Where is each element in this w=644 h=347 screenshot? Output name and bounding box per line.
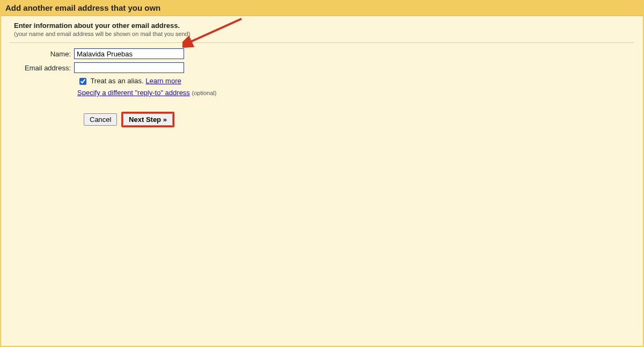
form-area: Name: Email address: Treat as an alias. … xyxy=(1,48,643,127)
alias-text: Treat as an alias. xyxy=(90,77,143,85)
alias-checkbox[interactable] xyxy=(79,78,86,85)
next-highlight: Next Step » xyxy=(121,112,174,127)
replyto-line: Specify a different "reply-to" address (… xyxy=(77,89,643,97)
instructions-line1: Enter information about your other email… xyxy=(14,21,639,30)
optional-label: (optional) xyxy=(192,90,217,96)
separator xyxy=(10,42,634,43)
reply-to-link[interactable]: Specify a different "reply-to" address xyxy=(77,89,190,97)
instructions-line2: (your name and email address will be sho… xyxy=(14,31,639,37)
name-row: Name: xyxy=(14,48,643,59)
instructions-block: Enter information about your other email… xyxy=(1,16,643,39)
name-input[interactable] xyxy=(74,48,184,59)
next-step-button[interactable]: Next Step » xyxy=(123,113,173,126)
email-label: Email address: xyxy=(14,64,74,72)
dialog-title: Add another email address that you own xyxy=(5,3,639,12)
email-input[interactable] xyxy=(74,62,184,73)
name-label: Name: xyxy=(14,50,74,58)
cancel-button[interactable]: Cancel xyxy=(84,113,117,126)
email-row: Email address: xyxy=(14,62,643,73)
button-row: Cancel Next Step » xyxy=(84,112,643,127)
options-block: Treat as an alias. Learn more Specify a … xyxy=(77,76,643,97)
alias-line: Treat as an alias. Learn more xyxy=(77,76,643,86)
learn-more-link[interactable]: Learn more xyxy=(145,77,181,85)
dialog-titlebar: Add another email address that you own xyxy=(1,1,643,16)
